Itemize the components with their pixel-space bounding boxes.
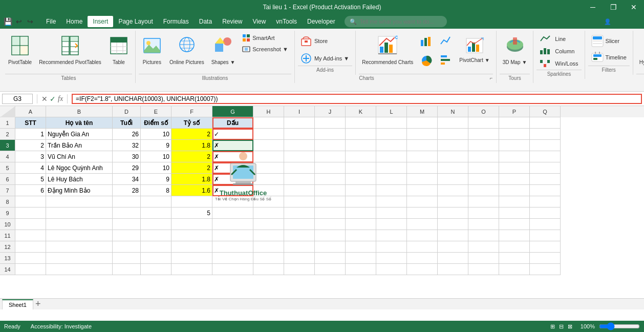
cell-m2[interactable] <box>407 129 438 140</box>
cancel-formula-icon[interactable]: ✕ <box>41 95 48 103</box>
page-layout-view-icon[interactable]: ⊟ <box>559 323 564 330</box>
cell-b6[interactable]: Lê Huy Bách <box>46 174 113 185</box>
cell-g6[interactable]: ✗ <box>212 174 253 185</box>
col-header-k[interactable]: K <box>346 106 376 117</box>
normal-view-icon[interactable]: ⊞ <box>550 323 555 330</box>
cell-n2[interactable] <box>438 129 468 140</box>
cell-k6[interactable] <box>346 174 376 185</box>
my-addins-button[interactable]: My Add-ins ▼ <box>298 52 352 65</box>
cell-e5[interactable]: 10 <box>141 162 171 174</box>
recommended-pivottables-button[interactable]: Recommended PivotTables <box>36 32 104 73</box>
cell-b1[interactable]: Họ và tên <box>46 117 113 129</box>
cell-o7[interactable] <box>468 185 499 196</box>
win-loss-button[interactable]: Win/Loss <box>536 58 581 69</box>
cell-o8[interactable] <box>468 196 499 208</box>
screenshot-button[interactable]: Screenshot ▼ <box>239 44 291 54</box>
menu-insert[interactable]: Insert <box>88 16 113 27</box>
cell-q8[interactable] <box>530 196 561 208</box>
cell-j5[interactable] <box>315 162 346 174</box>
line-chart-button[interactable] <box>437 34 455 52</box>
cell-k1[interactable] <box>346 117 376 129</box>
cell-k2[interactable] <box>346 129 376 140</box>
cell-b4[interactable]: Vũ Chí An <box>46 151 113 162</box>
cell-e6[interactable]: 9 <box>141 174 171 185</box>
cell-b5[interactable]: Lê Ngọc Quỳnh Anh <box>46 162 113 174</box>
cell-b2[interactable]: Nguyễn Gia An <box>46 129 113 140</box>
col-header-g[interactable]: G <box>212 106 253 117</box>
cell-b8[interactable] <box>46 196 113 208</box>
cell-m3[interactable] <box>407 140 438 151</box>
cell-j6[interactable] <box>315 174 346 185</box>
cell-n4[interactable] <box>438 151 468 162</box>
cell-o9[interactable] <box>468 208 499 219</box>
cell-j3[interactable] <box>315 140 346 151</box>
formula-box[interactable]: =IF(F2="1.8", UNICHAR(10003), UNICHAR(10… <box>72 94 642 104</box>
menu-vntools[interactable]: vnTools <box>271 16 302 27</box>
cell-a1[interactable]: STT <box>15 117 46 129</box>
cell-k9[interactable] <box>346 208 376 219</box>
add-sheet-button[interactable]: + <box>35 299 41 309</box>
cell-n8[interactable] <box>438 196 468 208</box>
cell-j1[interactable] <box>315 117 346 129</box>
cell-q5[interactable] <box>530 162 561 174</box>
cell-g7[interactable]: ✗ <box>212 185 253 196</box>
row-header-12[interactable]: 12 <box>0 241 15 253</box>
cell-k5[interactable] <box>346 162 376 174</box>
row-header-6[interactable]: 6 <box>0 174 15 185</box>
cell-i4[interactable] <box>284 151 315 162</box>
shapes-button[interactable]: Shapes ▼ <box>208 32 239 73</box>
cell-h6[interactable] <box>253 174 284 185</box>
cell-e7[interactable]: 8 <box>141 185 171 196</box>
cell-g1[interactable]: Dấu <box>212 117 253 129</box>
cell-f5[interactable]: 2 <box>171 162 212 174</box>
cell-o6[interactable] <box>468 174 499 185</box>
cell-q2[interactable] <box>530 129 561 140</box>
row-header-10[interactable]: 10 <box>0 219 15 230</box>
col-header-h[interactable]: H <box>253 106 284 117</box>
cell-i2[interactable] <box>284 129 315 140</box>
cell-m9[interactable] <box>407 208 438 219</box>
cell-j4[interactable] <box>315 151 346 162</box>
cell-l6[interactable] <box>376 174 407 185</box>
col-header-p[interactable]: P <box>499 106 530 117</box>
cell-h3[interactable] <box>253 140 284 151</box>
row-header-9[interactable]: 9 <box>0 208 15 219</box>
cell-h1[interactable] <box>253 117 284 129</box>
menu-file[interactable]: File <box>41 16 61 27</box>
cell-h7[interactable] <box>253 185 284 196</box>
cell-l5[interactable] <box>376 162 407 174</box>
cell-m6[interactable] <box>407 174 438 185</box>
cell-q3[interactable] <box>530 140 561 151</box>
cell-q4[interactable] <box>530 151 561 162</box>
col-header-n[interactable]: N <box>438 106 468 117</box>
cell-i5[interactable] <box>284 162 315 174</box>
cell-d9[interactable] <box>113 208 141 219</box>
online-pictures-button[interactable]: Online Pictures <box>166 32 207 73</box>
restore-button[interactable]: ❐ <box>603 0 624 14</box>
cell-f2[interactable]: 2 <box>171 129 212 140</box>
cell-e3[interactable]: 9 <box>141 140 171 151</box>
bar-chart-btn[interactable] <box>437 53 455 72</box>
confirm-formula-icon[interactable]: ✓ <box>50 95 56 103</box>
cell-p3[interactable] <box>499 140 530 151</box>
cell-p2[interactable] <box>499 129 530 140</box>
cell-n5[interactable] <box>438 162 468 174</box>
col-header-d[interactable]: D <box>113 106 141 117</box>
cell-b7[interactable]: Đặng Minh Bảo <box>46 185 113 196</box>
cell-e1[interactable]: Điểm số <box>141 117 171 129</box>
row-header-14[interactable]: 14 <box>0 264 15 275</box>
cell-f7[interactable]: 1.6 <box>171 185 212 196</box>
cell-i7[interactable] <box>284 185 315 196</box>
cell-f1[interactable]: Tỷ số <box>171 117 212 129</box>
menu-review[interactable]: Review <box>217 16 247 27</box>
cell-m5[interactable] <box>407 162 438 174</box>
cell-m7[interactable] <box>407 185 438 196</box>
menu-page-layout[interactable]: Page Layout <box>113 16 158 27</box>
cell-d2[interactable]: 26 <box>113 129 141 140</box>
cell-e2[interactable]: 10 <box>141 129 171 140</box>
row-header-1[interactable]: 1 <box>0 117 15 129</box>
cell-g2[interactable]: ✓ <box>212 129 253 140</box>
row-header-11[interactable]: 11 <box>0 230 15 241</box>
cell-j9[interactable] <box>315 208 346 219</box>
cell-i3[interactable] <box>284 140 315 151</box>
